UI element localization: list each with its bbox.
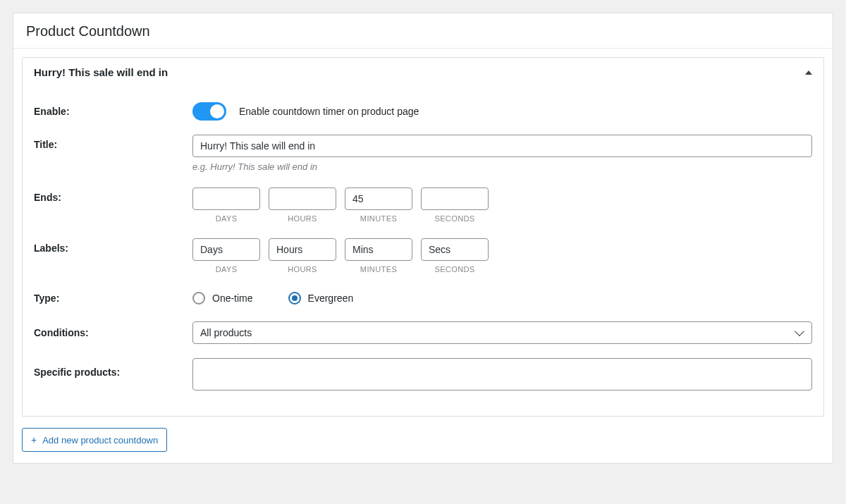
accordion-body: Enable: Enable countdown timer on produc… — [23, 87, 823, 416]
chevron-down-icon — [795, 326, 804, 336]
sublabel-labels-minutes: MINUTES — [360, 265, 397, 273]
label-conditions: Conditions: — [34, 327, 192, 338]
row-enable: Enable: Enable countdown timer on produc… — [34, 94, 812, 129]
type-one-time-label: One-time — [212, 293, 253, 304]
sublabel-labels-days: DAYS — [216, 265, 238, 273]
panel-body: Hurry! This sale will end in Enable: Ena… — [13, 49, 833, 463]
plus-icon: + — [31, 434, 37, 445]
labels-minutes-input[interactable] — [345, 238, 412, 261]
row-conditions: Conditions: All products — [34, 313, 812, 352]
row-specific-products: Specific products: — [34, 352, 812, 400]
label-enable: Enable: — [34, 106, 192, 117]
labels-days-input[interactable] — [192, 238, 260, 261]
specific-products-input[interactable] — [192, 358, 812, 391]
add-new-countdown-button[interactable]: + Add new product countdown — [22, 428, 167, 452]
ends-minutes-input[interactable] — [345, 188, 412, 210]
sublabel-labels-seconds: SECONDS — [434, 265, 474, 273]
sublabel-ends-seconds: SECONDS — [434, 214, 474, 223]
ends-seconds-input[interactable] — [421, 188, 489, 210]
label-title: Title: — [34, 135, 192, 150]
title-input[interactable] — [192, 135, 812, 157]
ends-hours-input[interactable] — [269, 188, 336, 210]
labels-hours-input[interactable] — [269, 238, 336, 261]
row-type: Type: One-time Evergreen — [34, 283, 812, 313]
row-labels: Labels: DAYS HOURS MINUTES — [34, 233, 812, 283]
row-ends: Ends: DAYS HOURS MINUTES — [34, 182, 812, 233]
type-evergreen-radio[interactable]: Evergreen — [288, 292, 354, 305]
countdown-item: Hurry! This sale will end in Enable: Ena… — [22, 57, 824, 417]
accordion-title: Hurry! This sale will end in — [34, 66, 168, 78]
type-evergreen-label: Evergreen — [308, 293, 354, 304]
ends-days-input[interactable] — [192, 188, 260, 210]
conditions-value: All products — [200, 327, 252, 338]
conditions-select[interactable]: All products — [192, 321, 812, 344]
enable-toggle[interactable] — [192, 102, 226, 121]
label-labels: Labels: — [34, 238, 192, 254]
sublabel-labels-hours: HOURS — [288, 265, 317, 273]
label-type: Type: — [34, 293, 192, 304]
radio-on-icon — [288, 292, 301, 305]
caret-up-icon — [805, 70, 812, 75]
title-hint: e.g. Hurry! This sale will end in — [192, 161, 812, 172]
type-one-time-radio[interactable]: One-time — [192, 292, 253, 305]
radio-off-icon — [192, 292, 205, 305]
panel-title: Product Countdown — [13, 13, 833, 49]
add-new-label: Add new product countdown — [42, 435, 158, 445]
label-specific-products: Specific products: — [34, 358, 192, 378]
sublabel-ends-days: DAYS — [216, 214, 238, 223]
product-countdown-panel: Product Countdown Hurry! This sale will … — [13, 13, 833, 464]
labels-seconds-input[interactable] — [421, 238, 489, 261]
sublabel-ends-hours: HOURS — [288, 214, 317, 223]
row-title: Title: e.g. Hurry! This sale will end in — [34, 129, 812, 182]
enable-description: Enable countdown timer on product page — [239, 106, 419, 117]
label-ends: Ends: — [34, 188, 192, 203]
sublabel-ends-minutes: MINUTES — [360, 214, 397, 223]
accordion-header[interactable]: Hurry! This sale will end in — [23, 58, 823, 87]
